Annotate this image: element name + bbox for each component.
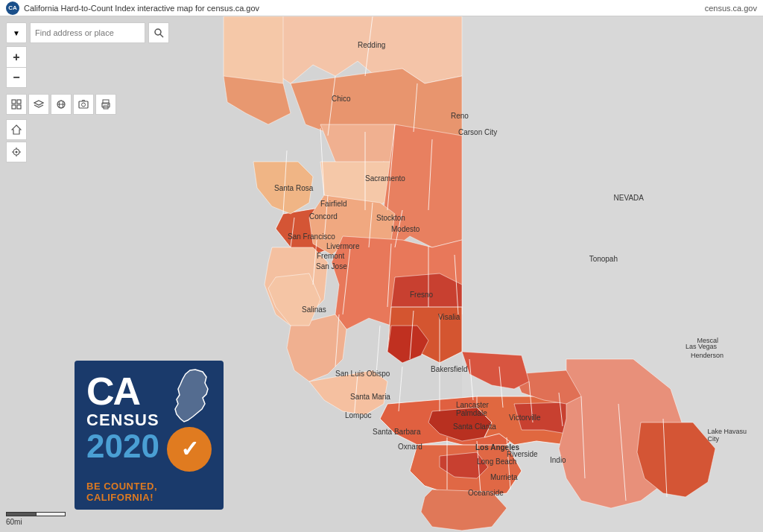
locate-icon <box>11 147 22 157</box>
scale-graphic <box>6 512 66 516</box>
icon-toolbar <box>6 94 169 115</box>
camera-icon <box>78 99 89 110</box>
print-button[interactable] <box>95 94 116 115</box>
tagline: BE COUNTED, CALIFORNIA! <box>86 481 212 503</box>
logo: CA <box>6 1 19 15</box>
svg-rect-46 <box>79 101 88 108</box>
locate-button[interactable] <box>6 142 27 162</box>
svg-point-47 <box>82 103 86 107</box>
globe-icon <box>56 99 66 110</box>
scale-bar: 60mi <box>6 512 66 526</box>
grid-icon <box>11 99 22 110</box>
dropdown-button[interactable]: ▼ <box>6 22 27 43</box>
search-input[interactable] <box>30 22 145 43</box>
search-row: ▼ <box>6 22 169 43</box>
svg-marker-42 <box>34 101 43 105</box>
scale-label: 60mi <box>6 518 22 526</box>
scale-line: 60mi <box>6 512 66 526</box>
print-icon <box>101 99 111 110</box>
svg-marker-52 <box>12 125 21 134</box>
camera-button[interactable] <box>73 94 94 115</box>
svg-point-54 <box>16 151 18 153</box>
checkmark: ✓ <box>167 427 212 472</box>
map-container[interactable]: Redding Chico Reno Carson City Santa Ros… <box>0 16 763 532</box>
logo-text: CA <box>8 4 17 11</box>
ca-state-silhouette <box>169 368 210 424</box>
census-url: census.ca.gov <box>705 4 757 13</box>
grid-button[interactable] <box>6 94 27 115</box>
svg-rect-40 <box>12 105 16 109</box>
nav-buttons <box>6 119 169 162</box>
census-logo: CA CENSUS 2020 ✓ BE COUNTED, CALIFORNIA! <box>75 361 224 510</box>
logo-top: CA CENSUS 2020 ✓ <box>86 368 212 472</box>
layers-button[interactable] <box>28 94 49 115</box>
header: CA California Hard-to-Count Index intera… <box>0 0 763 16</box>
toolbar: ▼ + − <box>6 22 169 162</box>
svg-rect-38 <box>12 100 16 104</box>
home-button[interactable] <box>6 119 27 140</box>
search-icon <box>153 28 164 38</box>
svg-rect-39 <box>17 100 21 104</box>
zoom-controls: + − <box>6 46 27 88</box>
globe-button[interactable] <box>51 94 72 115</box>
page-title: California Hard-to-Count Index interacti… <box>24 4 705 13</box>
search-button[interactable] <box>148 22 169 43</box>
layers-icon <box>34 99 44 110</box>
svg-point-36 <box>155 29 161 35</box>
zoom-out-button[interactable]: − <box>6 67 27 88</box>
svg-point-51 <box>107 104 109 106</box>
ca-text: CA <box>86 372 139 411</box>
zoom-in-button[interactable]: + <box>6 46 27 67</box>
home-icon <box>11 124 22 135</box>
svg-line-37 <box>160 34 163 37</box>
year-text: 2020 <box>86 430 159 463</box>
svg-rect-41 <box>17 105 21 109</box>
